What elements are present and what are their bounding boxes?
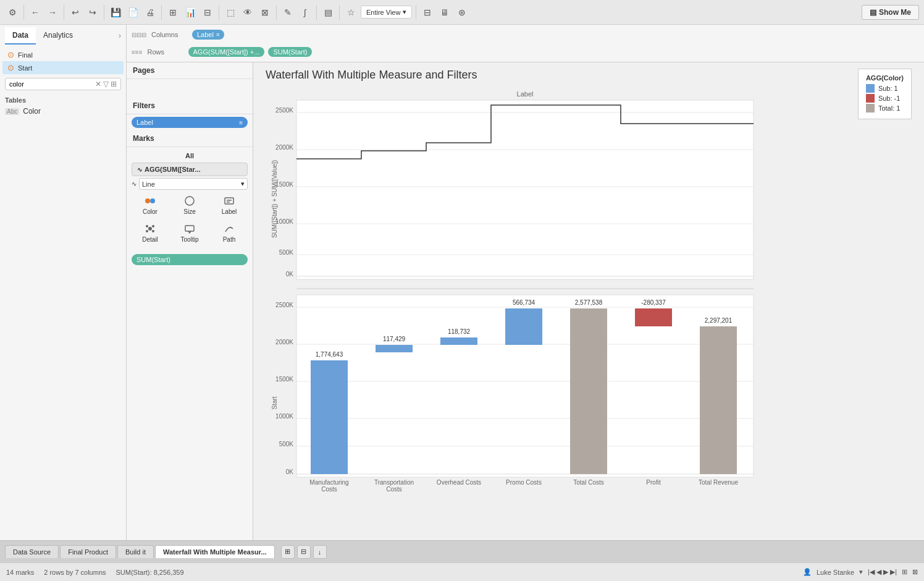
marks-type-select[interactable]: Line ▾ [139,178,248,190]
undo-icon[interactable]: ↩ [68,5,83,20]
filters-header: Filters [127,98,253,114]
clear-search-icon[interactable]: ✕ [95,80,101,88]
marks-agg-pill[interactable]: ∿ AGG(SUM([Star... [132,163,248,176]
grid-search-icon[interactable]: ⊞ [111,80,117,88]
legend-item-1: Sub: -1 [866,94,904,103]
svg-text:118,732: 118,732 [448,328,471,335]
mark-tooltip-label: Tooltip [181,236,199,243]
monitor-icon[interactable]: 🖥 [437,5,452,20]
rows-icon: ≡≡≡ [132,49,143,56]
filter-label-text: Label [136,119,153,126]
bar-manufacturing [311,360,348,474]
mark-path-btn[interactable]: Path [211,220,248,245]
svg-text:0K: 0K [286,469,294,475]
pages-header: Pages [127,62,253,79]
filter-icon: ≡ [239,119,243,126]
mark-tooltip-btn[interactable]: Tooltip [171,220,208,245]
user-chevron[interactable]: ▾ [859,568,863,576]
redo-icon[interactable]: ↪ [85,5,100,20]
sep5 [219,5,219,20]
search-bar[interactable]: color ✕ ▽ ⊞ [5,78,121,90]
sep8 [339,5,340,20]
fit-icon[interactable]: ⊠ [912,568,918,576]
filter-search-icon[interactable]: ▽ [103,80,109,88]
bar-total-revenue [700,326,737,474]
svg-text:Costs: Costs [321,486,337,493]
rows-pill-1-text: AGG(SUM([Start]) +... [193,48,260,56]
mark-detail-icon [144,223,156,235]
columns-label: Columns [151,31,188,38]
mark-color-btn[interactable]: Color [132,192,169,218]
rows-pill-1[interactable]: AGG(SUM([Start]) +... [188,47,265,57]
view-icon[interactable]: 👁 [240,5,255,20]
print-icon[interactable]: 🖨 [143,5,158,20]
mark-label-btn[interactable]: Label [211,192,248,218]
sum-start-pill[interactable]: SUM(Start) [132,254,248,265]
svg-point-10 [152,230,154,232]
mark-label-label: Label [222,208,237,215]
chart-svg: SUM([Start]) + SUM([Value]) 2500K 2000K … [266,88,772,496]
mark-size-label: Size [183,208,195,215]
svg-text:1500K: 1500K [275,376,293,383]
select-icon[interactable]: ⬚ [223,5,238,20]
chart-icon[interactable]: 📊 [183,5,198,20]
tab-icon-2[interactable]: ⊟ [297,545,311,559]
mark-size-icon [183,195,196,207]
tab-final-product[interactable]: Final Product [60,545,116,558]
sep1 [23,5,24,20]
filter-label-pill[interactable]: Label ≡ [132,117,248,128]
star-icon[interactable]: ☆ [343,5,358,20]
tab-icon-3[interactable]: ↓ [313,545,327,559]
share-icon[interactable]: ⊛ [455,5,469,20]
tables-header: Tables [0,93,126,105]
search-input[interactable]: color [9,80,95,88]
show-me-button[interactable]: ▤ Show Me [862,5,919,20]
tab-waterfall[interactable]: Waterfall With Multiple Measur... [155,545,275,558]
tab-build-it[interactable]: Build it [117,545,154,558]
close-panel-icon[interactable]: › [119,32,121,40]
mark-detail-btn[interactable]: Detail [132,220,169,245]
svg-text:Total Costs: Total Costs [573,479,603,486]
layout-icon[interactable]: ▤ [321,5,335,20]
back-icon[interactable]: ← [28,5,43,20]
columns-icon: ⊟⊟⊟ [132,32,146,38]
datasource-start[interactable]: ⊙ Start [2,61,124,74]
rows-label: Rows [148,48,185,56]
grid-view-icon[interactable]: ⊞ [902,568,907,576]
connect-icon[interactable]: ⊞ [166,5,180,20]
left-panel-header: Data Analytics › [0,25,126,47]
view-dropdown[interactable]: Entire View ▾ [361,6,412,19]
tab-icon-1[interactable]: ⊞ [281,545,295,559]
mark-color-icon [144,195,156,207]
legend-label-0: Sub: 1 [878,85,898,92]
rows-pill-2[interactable]: SUM(Start) [268,47,312,57]
tab-analytics[interactable]: Analytics [36,27,80,45]
field-color[interactable]: Abc Color [0,105,126,117]
device-icon[interactable]: ⊟ [420,5,435,20]
svg-text:1000K: 1000K [275,413,293,420]
datasource-final[interactable]: ⊙ Final [2,48,124,61]
menu-icon[interactable]: ⚙ [5,5,20,20]
main-layout: Data Analytics › ⊙ Final ⊙ Start color ✕… [0,25,924,540]
marks-section: All ∿ AGG(SUM([Star... ∿ Line ▾ [127,147,253,252]
filter-icon[interactable]: ⊠ [258,5,272,20]
save-icon[interactable]: 💾 [108,5,123,20]
marks-type-row: ∿ Line ▾ [132,178,248,190]
columns-pill-label[interactable]: Label ≡ [192,30,224,40]
svg-point-2 [185,197,194,205]
svg-text:1000K: 1000K [275,218,293,225]
legend: AGG(Color) Sub: 1 Sub: -1 Total: 1 [858,69,912,119]
mark-size-btn[interactable]: Size [171,192,208,218]
tab-data[interactable]: Data [5,27,36,45]
forward-icon[interactable]: → [45,5,60,20]
table-icon[interactable]: ⊟ [200,5,215,20]
bar-transportation [376,345,413,352]
annotate-icon[interactable]: ∫ [298,5,313,20]
nav-icons: |◀ ◀ ▶ ▶| [868,568,897,576]
highlight-icon[interactable]: ✎ [280,5,295,20]
field-type-abc: Abc [5,108,19,115]
tab-data-source[interactable]: Data Source [5,545,59,558]
legend-color-1 [866,94,875,103]
export-icon[interactable]: 📄 [125,5,140,20]
legend-item-2: Total: 1 [866,104,904,112]
